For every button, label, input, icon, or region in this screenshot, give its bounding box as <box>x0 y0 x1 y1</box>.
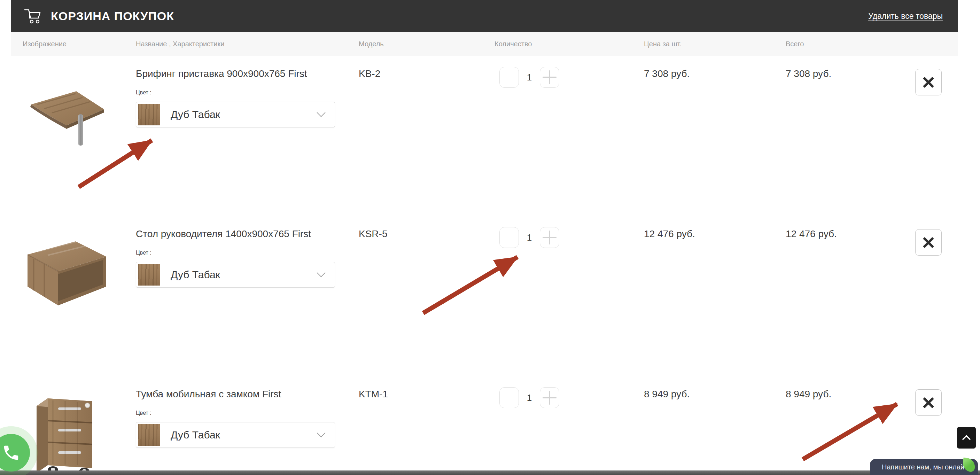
item-price: 12 476 руб. <box>644 229 695 240</box>
qty-decrease-button[interactable] <box>500 67 519 88</box>
close-icon <box>923 237 934 248</box>
item-model: KB-2 <box>359 68 380 79</box>
color-name: Дуб Табак <box>171 109 220 121</box>
color-swatch <box>138 424 160 446</box>
item-model: KSR-5 <box>359 229 387 240</box>
item-price: 8 949 руб. <box>644 389 690 400</box>
plus-icon <box>542 391 557 405</box>
item-name: Брифинг приставка 900x900x765 First <box>136 68 307 79</box>
qty-decrease-button[interactable] <box>500 387 519 408</box>
item-total: 7 308 руб. <box>786 68 831 79</box>
item-name: Тумба мобильная с замком First <box>136 389 281 400</box>
product-image-mobile-pedestal <box>23 389 110 475</box>
qty-value: 1 <box>519 387 540 408</box>
qty-increase-button[interactable] <box>540 387 559 408</box>
qty-decrease-button[interactable] <box>500 227 519 248</box>
item-name: Стол руководителя 1400x900x765 First <box>136 229 311 240</box>
plus-icon <box>542 230 557 245</box>
column-price: Цена за шт. <box>644 40 681 48</box>
column-quantity: Количество <box>495 40 532 48</box>
qty-increase-button[interactable] <box>540 227 559 248</box>
close-icon <box>923 76 934 88</box>
color-select[interactable]: Дуб Табак <box>136 262 335 288</box>
color-select[interactable]: Дуб Табак <box>136 102 335 127</box>
color-label: Цвет : <box>136 89 151 96</box>
page-title: КОРЗИНА ПОКУПОК <box>51 10 174 23</box>
product-image-briefing-table <box>23 76 110 160</box>
color-swatch <box>138 104 160 126</box>
cart-item-row: Тумба мобильная с замком First Цвет : Ду… <box>11 376 958 475</box>
item-total: 12 476 руб. <box>786 229 837 240</box>
cart-header: КОРЗИНА ПОКУПОК Удалить все товары <box>11 0 958 32</box>
phone-icon <box>2 443 21 462</box>
item-total: 8 949 руб. <box>786 389 831 400</box>
qty-value: 1 <box>519 67 540 88</box>
chevron-down-icon <box>317 108 325 117</box>
product-image-executive-desk <box>23 232 110 315</box>
column-image: Изображение <box>23 40 67 48</box>
chevron-up-icon <box>962 435 970 444</box>
color-name: Дуб Табак <box>171 429 220 441</box>
chat-message: Напишите нам, мы онлайн! <box>882 463 970 471</box>
color-name: Дуб Табак <box>171 269 220 281</box>
column-model: Модель <box>359 40 384 48</box>
remove-item-button[interactable] <box>915 69 942 95</box>
qty-value: 1 <box>519 227 540 248</box>
item-model: KTM-1 <box>359 389 388 400</box>
plus-icon <box>542 70 557 84</box>
scroll-to-top-button[interactable] <box>957 427 976 448</box>
color-label: Цвет : <box>136 410 151 416</box>
color-swatch <box>138 264 160 286</box>
item-price: 7 308 руб. <box>644 68 690 79</box>
chevron-down-icon <box>317 429 325 437</box>
column-name: Название , Характеристики <box>136 40 224 48</box>
remove-item-button[interactable] <box>915 389 942 416</box>
qty-increase-button[interactable] <box>540 67 559 88</box>
table-column-header: Изображение Название , Характеристики Мо… <box>11 32 958 56</box>
clear-all-link[interactable]: Удалить все товары <box>868 11 943 21</box>
color-select[interactable]: Дуб Табак <box>136 422 335 448</box>
shopping-cart-page: КОРЗИНА ПОКУПОК Удалить все товары Изобр… <box>0 0 980 475</box>
column-total: Всего <box>786 40 804 48</box>
color-label: Цвет : <box>136 250 151 256</box>
cart-item-row: Брифинг приставка 900x900x765 First Цвет… <box>11 56 958 216</box>
close-icon <box>923 397 934 408</box>
cart-item-row: Стол руководителя 1400x900x765 First Цве… <box>11 216 958 376</box>
footer-strip <box>0 470 980 475</box>
remove-item-button[interactable] <box>915 229 942 256</box>
chevron-down-icon <box>317 268 325 277</box>
chat-widget-bar[interactable]: Напишите нам, мы онлайн! <box>870 459 978 475</box>
cart-icon <box>24 8 42 24</box>
